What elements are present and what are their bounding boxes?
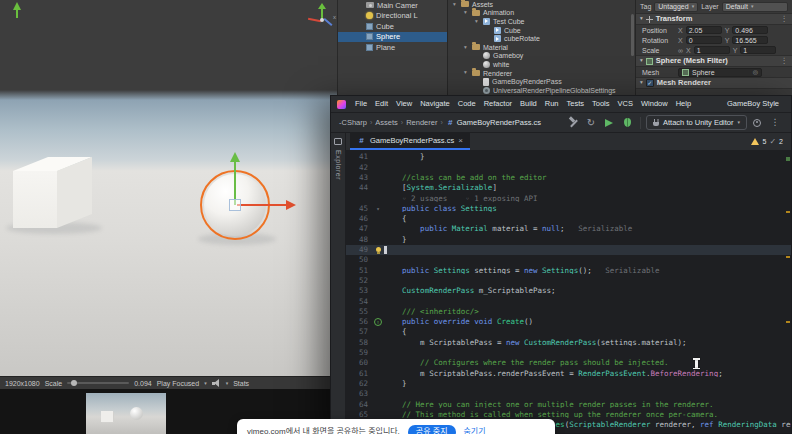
- line-number[interactable]: 65: [346, 411, 372, 419]
- project-item[interactable]: ▾Assets: [448, 0, 635, 9]
- line-number[interactable]: 53: [346, 287, 372, 295]
- settings-button[interactable]: [749, 115, 765, 131]
- warning-stripe[interactable]: [786, 256, 790, 258]
- code-text[interactable]: }: [384, 380, 791, 388]
- value-field-x[interactable]: 1: [694, 46, 730, 55]
- cube-object[interactable]: [13, 157, 93, 228]
- code-text[interactable]: public Material material = null; Seriali…: [384, 225, 791, 233]
- build-button[interactable]: [565, 115, 581, 131]
- code-text[interactable]: {: [384, 328, 791, 336]
- menu-vcs[interactable]: VCS: [614, 100, 637, 108]
- value-field-x[interactable]: 2.05: [686, 26, 722, 35]
- menu-edit[interactable]: Edit: [371, 100, 392, 108]
- code-text[interactable]: }: [384, 153, 791, 161]
- menu-view[interactable]: View: [392, 100, 416, 108]
- line-number[interactable]: 56: [346, 318, 372, 326]
- expand-arrow-icon[interactable]: ▾: [462, 70, 469, 76]
- code-line[interactable]: 52: [346, 276, 791, 286]
- code-line[interactable]: 63: [346, 389, 791, 399]
- code-text[interactable]: //class can be add on the editor: [384, 174, 791, 182]
- code-line[interactable]: ◦ 2 usages ◦ 1 exposing API: [346, 193, 791, 203]
- intention-bulb-icon[interactable]: [376, 247, 381, 252]
- gutter-icon-slot[interactable]: [372, 247, 384, 252]
- project-tool-icon[interactable]: [334, 138, 342, 145]
- inspections-widget[interactable]: 5 ✓ 2: [751, 137, 787, 146]
- gutter-icon-slot[interactable]: ↑: [372, 318, 384, 326]
- line-number[interactable]: 62: [346, 380, 372, 388]
- project-item[interactable]: ▾Material: [448, 43, 635, 52]
- code-line[interactable]: 41 }: [346, 152, 791, 162]
- more-button[interactable]: ⋮: [767, 115, 783, 131]
- menu-build[interactable]: Build: [516, 100, 541, 108]
- code-line[interactable]: 48 }: [346, 234, 791, 244]
- expand-arrow-icon[interactable]: ▾: [451, 2, 458, 8]
- mute-audio-icon[interactable]: [212, 379, 221, 387]
- code-line[interactable]: 64 // Here you can inject one or multipl…: [346, 399, 791, 409]
- line-number[interactable]: 54: [346, 298, 372, 306]
- code-editor[interactable]: 41 }4243 //class can be add on the edito…: [346, 151, 791, 433]
- move-gizmo-center[interactable]: [229, 199, 241, 211]
- attach-to-unity-button[interactable]: Attach to Unity Editor ▾: [646, 115, 747, 130]
- code-line[interactable]: 59: [346, 348, 791, 358]
- transform-header[interactable]: ▾ Transform ⋮: [636, 13, 792, 25]
- scale-slider[interactable]: [67, 382, 129, 384]
- hide-button[interactable]: 숨기기: [464, 428, 486, 434]
- debug-button[interactable]: [619, 115, 635, 131]
- foldout-caret-icon[interactable]: ▾: [640, 16, 643, 22]
- line-number[interactable]: 59: [346, 349, 372, 357]
- project-item[interactable]: UniversalRenderPipelineGlobalSettings: [448, 86, 635, 95]
- line-number[interactable]: 41: [346, 153, 372, 161]
- code-text[interactable]: m_ScriptablePass = new CustomRenderPass(…: [384, 339, 791, 347]
- value-field-y[interactable]: 0.496: [732, 26, 768, 35]
- menu-help[interactable]: Help: [672, 100, 695, 108]
- line-number[interactable]: 46: [346, 215, 372, 223]
- code-line[interactable]: 60 // Configures where the render pass s…: [346, 358, 791, 368]
- line-number[interactable]: 61: [346, 370, 372, 378]
- breadcrumb-item[interactable]: Renderer: [406, 119, 437, 127]
- more-options-icon[interactable]: ⋮: [781, 57, 789, 65]
- code-line[interactable]: 55 /// <inheritdoc/>: [346, 306, 791, 316]
- x-axis-arrow-icon[interactable]: [286, 200, 296, 210]
- code-text[interactable]: public override void Create(): [384, 318, 791, 326]
- code-line[interactable]: 53 CustomRenderPass m_ScriptablePass;: [346, 286, 791, 296]
- menu-file[interactable]: File: [351, 100, 371, 108]
- rider-logo-icon[interactable]: [337, 100, 346, 109]
- scale-link-icon[interactable]: ∞: [678, 47, 683, 54]
- code-text[interactable]: }: [384, 236, 791, 244]
- gutter-icon-slot[interactable]: ▾: [372, 205, 384, 212]
- line-number[interactable]: 52: [346, 277, 372, 285]
- menu-window[interactable]: Window: [637, 100, 672, 108]
- project-item[interactable]: GameBoyRenderPass: [448, 77, 635, 86]
- code-text[interactable]: public class Settings: [384, 205, 791, 213]
- code-line[interactable]: 58 m_ScriptablePass = new CustomRenderPa…: [346, 337, 791, 347]
- code-text[interactable]: [384, 246, 791, 254]
- hierarchy-item[interactable]: Cube: [338, 21, 447, 32]
- expand-arrow-icon[interactable]: ▾: [473, 19, 480, 25]
- value-field-y[interactable]: 16.565: [732, 36, 768, 45]
- code-line[interactable]: 43 //class can be add on the editor: [346, 173, 791, 183]
- code-line[interactable]: 44 [System.Serializable]: [346, 183, 791, 193]
- code-line[interactable]: 45▾ public class Settings: [346, 203, 791, 213]
- line-number[interactable]: 60: [346, 359, 372, 367]
- x-axis-handle[interactable]: [237, 204, 287, 206]
- scene-view[interactable]: x: [0, 0, 337, 376]
- y-axis-arrow-icon[interactable]: [230, 152, 240, 162]
- code-line[interactable]: 49: [346, 245, 791, 255]
- code-line[interactable]: 61 m_ScriptablePass.renderPassEvent = Re…: [346, 368, 791, 378]
- code-text[interactable]: // This method is called when setting up…: [384, 411, 791, 419]
- project-scrollbar[interactable]: [631, 14, 634, 56]
- warning-stripe[interactable]: [786, 321, 790, 323]
- hierarchy-item[interactable]: Directional L: [338, 11, 447, 22]
- hierarchy-item[interactable]: Sphere: [338, 32, 447, 43]
- slider-knob[interactable]: [71, 380, 77, 386]
- line-number[interactable]: 48: [346, 236, 372, 244]
- value-field-x[interactable]: 0: [686, 36, 722, 45]
- line-number[interactable]: 47: [346, 225, 372, 233]
- line-number[interactable]: 49: [346, 246, 372, 254]
- sync-button[interactable]: ↻: [583, 115, 599, 131]
- code-line[interactable]: 51 public Settings settings = new Settin…: [346, 265, 791, 275]
- more-options-icon[interactable]: ⋮: [781, 15, 789, 23]
- menu-tools[interactable]: Tools: [588, 100, 614, 108]
- code-line[interactable]: 54: [346, 296, 791, 306]
- project-item[interactable]: white: [448, 60, 635, 69]
